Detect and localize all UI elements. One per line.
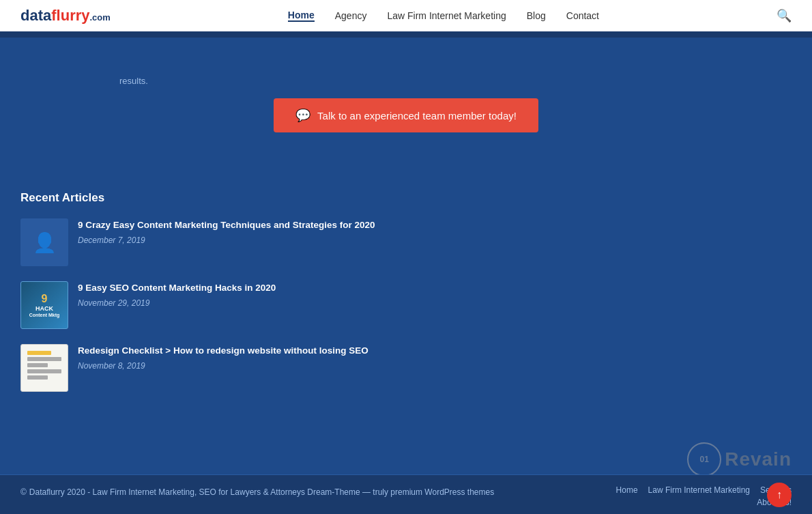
- hack-subtext: Content Mktg: [29, 313, 60, 318]
- footer-right: Home Law Firm Internet Marketing Service…: [616, 485, 792, 507]
- search-icon[interactable]: 🔍: [777, 8, 792, 23]
- copyright-text: Dataflurry 2020 - Law Firm Internet Mark…: [29, 485, 494, 500]
- nav-agency[interactable]: Agency: [335, 10, 367, 21]
- list-item: Redesign Checklist > How to redesign web…: [20, 344, 792, 392]
- article-thumb-1: 👤: [20, 218, 68, 266]
- cta-label: Talk to an experienced team member today…: [317, 110, 517, 122]
- nav-law-firm[interactable]: Law Firm Internet Marketing: [387, 10, 506, 21]
- footer: © Dataflurry 2020 - Law Firm Internet Ma…: [0, 474, 812, 514]
- article-info-3: Redesign Checklist > How to redesign web…: [78, 344, 792, 371]
- logo-text: dataflurry.com: [20, 7, 111, 25]
- layout-line-1: [27, 357, 61, 361]
- footer-links: Home Law Firm Internet Marketing Service…: [616, 485, 792, 495]
- person-icon: 👤: [33, 231, 57, 254]
- section-title: Recent Articles: [20, 191, 792, 205]
- nav-contact[interactable]: Contact: [566, 10, 599, 21]
- layout-line-3: [27, 369, 61, 373]
- logo[interactable]: dataflurry.com: [20, 7, 111, 25]
- cta-button[interactable]: 💬 Talk to an experienced team member tod…: [274, 98, 538, 132]
- layout-line-yellow: [27, 351, 51, 355]
- layout-line-2: [27, 363, 48, 367]
- revain-text: Revain: [725, 448, 792, 470]
- hack-text: HACK: [35, 305, 53, 313]
- footer-bottom: © Dataflurry 2020 - Law Firm Internet Ma…: [20, 485, 792, 507]
- main-nav: Home Agency Law Firm Internet Marketing …: [288, 10, 599, 22]
- layout-preview: [24, 347, 65, 388]
- footer-link-law-firm[interactable]: Law Firm Internet Marketing: [648, 485, 750, 495]
- footer-left: © Dataflurry 2020 - Law Firm Internet Ma…: [20, 485, 494, 500]
- revain-logo: 01 Revain: [687, 442, 792, 476]
- list-item: 👤 9 Crazy Easy Content Marketing Techniq…: [20, 218, 792, 266]
- revain-circle-icon: 01: [687, 442, 721, 476]
- hero-body-text: results.: [99, 76, 713, 86]
- nav-home[interactable]: Home: [288, 10, 315, 22]
- article-info-1: 9 Crazy Easy Content Marketing Technique…: [78, 218, 792, 245]
- footer-link-home[interactable]: Home: [616, 485, 638, 495]
- article-date-2: November 29, 2019: [78, 298, 792, 308]
- article-info-2: 9 Easy SEO Content Marketing Hacks in 20…: [78, 281, 792, 308]
- article-thumb-3: [20, 344, 68, 392]
- recent-articles-section: Recent Articles 👤 9 Crazy Easy Content M…: [20, 191, 792, 392]
- scroll-down-button[interactable]: ↑: [767, 483, 792, 507]
- list-item: 9 HACK Content Mktg 9 Easy SEO Content M…: [20, 281, 792, 329]
- article-date-3: November 8, 2019: [78, 361, 792, 371]
- article-thumb-2: 9 HACK Content Mktg: [20, 281, 68, 329]
- article-title-2[interactable]: 9 Easy SEO Content Marketing Hacks in 20…: [78, 283, 276, 293]
- hero-section: results. 💬 Talk to an experienced team m…: [0, 38, 812, 171]
- article-title-1[interactable]: 9 Crazy Easy Content Marketing Technique…: [78, 220, 375, 230]
- hack-number: 9: [42, 292, 48, 305]
- copyright: © Dataflurry 2020 - Law Firm Internet Ma…: [20, 485, 494, 500]
- copyright-icon: ©: [20, 485, 27, 500]
- nav-blog[interactable]: Blog: [527, 10, 546, 21]
- article-title-3[interactable]: Redesign Checklist > How to redesign web…: [78, 345, 368, 356]
- layout-line-4: [27, 375, 48, 380]
- header: dataflurry.com Home Agency Law Firm Inte…: [0, 0, 812, 31]
- article-date-1: December 7, 2019: [78, 235, 792, 245]
- chat-icon: 💬: [295, 108, 310, 123]
